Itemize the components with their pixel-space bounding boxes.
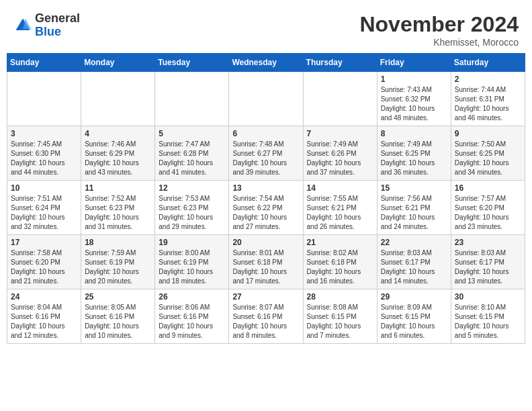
calendar-week-row: 10Sunrise: 7:51 AMSunset: 6:24 PMDayligh… (7, 181, 525, 235)
calendar-cell: 8Sunrise: 7:49 AMSunset: 6:25 PMDaylight… (377, 126, 451, 181)
calendar-cell (229, 72, 303, 126)
title-block: November 2024 Khemisset, Morocco (359, 12, 519, 48)
day-info: Sunrise: 8:06 AMSunset: 6:16 PMDaylight:… (159, 303, 225, 340)
day-number: 6 (232, 129, 299, 138)
calendar-cell: 17Sunrise: 7:58 AMSunset: 6:20 PMDayligh… (7, 235, 81, 289)
day-info: Sunrise: 7:44 AMSunset: 6:31 PMDaylight:… (455, 85, 521, 123)
day-info: Sunrise: 8:03 AMSunset: 6:17 PMDaylight:… (455, 248, 521, 286)
day-info: Sunrise: 7:58 AMSunset: 6:20 PMDaylight:… (11, 248, 77, 286)
calendar-cell: 2Sunrise: 7:44 AMSunset: 6:31 PMDaylight… (451, 72, 525, 126)
calendar-cell (7, 72, 81, 126)
day-info: Sunrise: 7:50 AMSunset: 6:25 PMDaylight:… (455, 140, 521, 177)
day-info: Sunrise: 7:47 AMSunset: 6:28 PMDaylight:… (159, 140, 225, 177)
calendar-header-row: SundayMondayTuesdayWednesdayThursdayFrid… (7, 54, 525, 72)
calendar-cell (303, 72, 377, 126)
day-info: Sunrise: 8:10 AMSunset: 6:15 PMDaylight:… (455, 303, 521, 340)
calendar-cell: 5Sunrise: 7:47 AMSunset: 6:28 PMDaylight… (155, 126, 229, 181)
month-title: November 2024 (359, 12, 519, 37)
calendar-cell: 20Sunrise: 8:01 AMSunset: 6:18 PMDayligh… (229, 235, 303, 289)
day-number: 23 (455, 238, 521, 247)
day-info: Sunrise: 7:56 AMSunset: 6:21 PMDaylight:… (381, 194, 447, 232)
weekday-header: Thursday (303, 54, 377, 72)
weekday-header: Saturday (451, 54, 525, 72)
calendar-table: SundayMondayTuesdayWednesdayThursdayFrid… (7, 53, 525, 344)
calendar-cell: 29Sunrise: 8:09 AMSunset: 6:15 PMDayligh… (377, 289, 451, 344)
day-info: Sunrise: 7:51 AMSunset: 6:24 PMDaylight:… (11, 194, 77, 232)
calendar-cell: 16Sunrise: 7:57 AMSunset: 6:20 PMDayligh… (451, 181, 525, 235)
calendar-cell: 1Sunrise: 7:43 AMSunset: 6:32 PMDaylight… (377, 72, 451, 126)
calendar-cell: 7Sunrise: 7:49 AMSunset: 6:26 PMDaylight… (303, 126, 377, 181)
calendar-cell: 4Sunrise: 7:46 AMSunset: 6:29 PMDaylight… (81, 126, 155, 181)
day-number: 11 (85, 183, 151, 193)
day-number: 14 (307, 183, 373, 193)
calendar-week-row: 24Sunrise: 8:04 AMSunset: 6:16 PMDayligh… (7, 289, 525, 344)
day-info: Sunrise: 7:55 AMSunset: 6:21 PMDaylight:… (307, 194, 373, 232)
day-number: 10 (11, 183, 77, 193)
calendar-cell: 24Sunrise: 8:04 AMSunset: 6:16 PMDayligh… (7, 289, 81, 344)
day-number: 20 (232, 238, 299, 247)
day-number: 4 (85, 129, 151, 138)
day-number: 25 (85, 292, 151, 302)
day-number: 15 (381, 183, 447, 193)
day-info: Sunrise: 8:00 AMSunset: 6:19 PMDaylight:… (159, 248, 225, 286)
day-info: Sunrise: 8:03 AMSunset: 6:17 PMDaylight:… (381, 248, 447, 286)
day-number: 29 (381, 292, 447, 302)
day-info: Sunrise: 8:02 AMSunset: 6:18 PMDaylight:… (307, 248, 373, 286)
calendar-week-row: 1Sunrise: 7:43 AMSunset: 6:32 PMDaylight… (7, 72, 525, 126)
calendar-cell: 21Sunrise: 8:02 AMSunset: 6:18 PMDayligh… (303, 235, 377, 289)
weekday-header: Sunday (7, 54, 81, 72)
day-number: 21 (307, 238, 373, 247)
day-number: 7 (307, 129, 373, 138)
day-number: 26 (159, 292, 225, 302)
day-number: 19 (159, 238, 225, 247)
calendar-cell: 18Sunrise: 7:59 AMSunset: 6:19 PMDayligh… (81, 235, 155, 289)
day-number: 22 (381, 238, 447, 247)
calendar-cell: 26Sunrise: 8:06 AMSunset: 6:16 PMDayligh… (155, 289, 229, 344)
weekday-header: Monday (81, 54, 155, 72)
day-number: 12 (159, 183, 225, 193)
calendar-cell: 19Sunrise: 8:00 AMSunset: 6:19 PMDayligh… (155, 235, 229, 289)
calendar-cell: 9Sunrise: 7:50 AMSunset: 6:25 PMDaylight… (451, 126, 525, 181)
weekday-header: Friday (377, 54, 451, 72)
calendar-cell: 28Sunrise: 8:08 AMSunset: 6:15 PMDayligh… (303, 289, 377, 344)
day-number: 24 (11, 292, 77, 302)
day-info: Sunrise: 8:07 AMSunset: 6:16 PMDaylight:… (232, 303, 299, 340)
day-number: 30 (455, 292, 521, 302)
calendar-cell: 30Sunrise: 8:10 AMSunset: 6:15 PMDayligh… (451, 289, 525, 344)
day-info: Sunrise: 7:52 AMSunset: 6:23 PMDaylight:… (85, 194, 151, 232)
calendar-cell: 15Sunrise: 7:56 AMSunset: 6:21 PMDayligh… (377, 181, 451, 235)
calendar-cell: 13Sunrise: 7:54 AMSunset: 6:22 PMDayligh… (229, 181, 303, 235)
day-info: Sunrise: 7:54 AMSunset: 6:22 PMDaylight:… (232, 194, 299, 232)
location: Khemisset, Morocco (359, 37, 519, 48)
logo-icon (13, 16, 32, 35)
day-number: 13 (232, 183, 299, 193)
calendar-cell: 6Sunrise: 7:48 AMSunset: 6:27 PMDaylight… (229, 126, 303, 181)
day-info: Sunrise: 8:05 AMSunset: 6:16 PMDaylight:… (85, 303, 151, 340)
calendar-cell (81, 72, 155, 126)
day-info: Sunrise: 7:57 AMSunset: 6:20 PMDaylight:… (455, 194, 521, 232)
calendar-cell: 3Sunrise: 7:45 AMSunset: 6:30 PMDaylight… (7, 126, 81, 181)
svg-marker-1 (23, 18, 32, 29)
calendar-week-row: 17Sunrise: 7:58 AMSunset: 6:20 PMDayligh… (7, 235, 525, 289)
calendar-week-row: 3Sunrise: 7:45 AMSunset: 6:30 PMDaylight… (7, 126, 525, 181)
day-info: Sunrise: 8:01 AMSunset: 6:18 PMDaylight:… (232, 248, 299, 286)
day-info: Sunrise: 7:48 AMSunset: 6:27 PMDaylight:… (232, 140, 299, 177)
day-info: Sunrise: 8:09 AMSunset: 6:15 PMDaylight:… (381, 303, 447, 340)
calendar-cell: 22Sunrise: 8:03 AMSunset: 6:17 PMDayligh… (377, 235, 451, 289)
day-info: Sunrise: 7:45 AMSunset: 6:30 PMDaylight:… (11, 140, 77, 177)
day-number: 2 (455, 75, 521, 84)
weekday-header: Wednesday (229, 54, 303, 72)
calendar-cell: 23Sunrise: 8:03 AMSunset: 6:17 PMDayligh… (451, 235, 525, 289)
day-info: Sunrise: 7:59 AMSunset: 6:19 PMDaylight:… (85, 248, 151, 286)
day-info: Sunrise: 7:49 AMSunset: 6:25 PMDaylight:… (381, 140, 447, 177)
calendar-cell: 10Sunrise: 7:51 AMSunset: 6:24 PMDayligh… (7, 181, 81, 235)
logo: General Blue (13, 12, 80, 39)
day-number: 1 (381, 75, 447, 84)
day-number: 16 (455, 183, 521, 193)
weekday-header: Tuesday (155, 54, 229, 72)
day-info: Sunrise: 7:53 AMSunset: 6:23 PMDaylight:… (159, 194, 225, 232)
day-info: Sunrise: 7:43 AMSunset: 6:32 PMDaylight:… (381, 85, 447, 123)
day-number: 28 (307, 292, 373, 302)
day-number: 5 (159, 129, 225, 138)
day-number: 3 (11, 129, 77, 138)
